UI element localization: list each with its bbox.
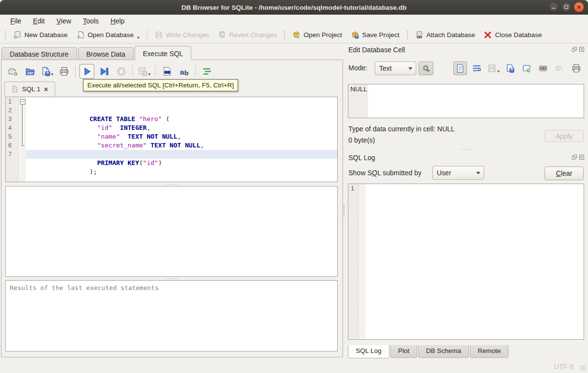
apply-button[interactable]: Apply: [545, 130, 584, 142]
editor-line[interactable]: 2 "id" INTEGER,: [6, 106, 337, 115]
menu-file[interactable]: File: [5, 16, 27, 26]
print-sql-button[interactable]: [57, 64, 71, 79]
tab-label: Browse Data: [86, 50, 125, 58]
tab-label: Database Structure: [10, 50, 69, 58]
import-data-button[interactable]: [503, 62, 517, 75]
code-text: "name" TEXT NOT NULL,: [26, 115, 337, 124]
toolbar-button-label: Open Project: [304, 31, 342, 39]
revert-changes-button[interactable]: Revert Changes: [214, 29, 282, 41]
tab-plot[interactable]: Plot: [390, 345, 417, 358]
statusbar: UTF-8: [0, 360, 588, 373]
menu-edit[interactable]: Edit: [28, 16, 50, 26]
save-project-button[interactable]: Save Project: [346, 29, 404, 41]
save-results-button[interactable]: [137, 64, 151, 79]
sql-doc-tab[interactable]: SQL 1 ×: [4, 82, 55, 97]
label-segment: Show S: [348, 169, 372, 177]
undock-icon[interactable]: [571, 46, 577, 52]
fold-marker[interactable]: [19, 97, 26, 106]
autocomplete-button[interactable]: [177, 64, 191, 79]
format-sql-button[interactable]: [200, 64, 214, 79]
toolbar-grip[interactable]: [405, 30, 410, 41]
cell-value-editor[interactable]: NULL: [348, 84, 584, 118]
editor-line[interactable]: 7 );: [6, 150, 337, 159]
stop-button[interactable]: [114, 64, 128, 79]
save-sql-file-button[interactable]: [40, 64, 54, 79]
attach-database-button[interactable]: Attach Database: [411, 29, 480, 41]
open-database-button[interactable]: Open Database: [72, 29, 144, 41]
toolbar-grip[interactable]: [3, 30, 8, 41]
tab-label: SQL Log: [356, 347, 382, 354]
find-button[interactable]: [160, 64, 174, 79]
clear-button[interactable]: Clear: [545, 166, 584, 180]
sql-toolbar-icon: [162, 66, 172, 77]
resize-grip[interactable]: [580, 365, 586, 371]
new-sql-tab-button[interactable]: [5, 64, 20, 79]
print-cell-button[interactable]: [569, 62, 583, 75]
open-project-button[interactable]: Open Project: [288, 29, 346, 41]
fold-marker[interactable]: [19, 115, 26, 124]
toolbar-button-icon: [292, 31, 301, 39]
chevron-down-icon: [408, 67, 412, 70]
label-segment: Q: [372, 169, 377, 177]
write-changes-button[interactable]: Write Changes: [150, 29, 214, 41]
dock-splitter-handle[interactable]: [348, 147, 584, 151]
close-button[interactable]: [574, 2, 584, 12]
menu-tools[interactable]: Tools: [78, 16, 104, 26]
text-mode-button[interactable]: [453, 62, 467, 75]
sql-doc-tab-label: SQL 1: [22, 85, 41, 93]
editor-line[interactable]: 6 PRIMARY KEY("id"): [6, 141, 337, 150]
sql-log-area[interactable]: 1: [348, 184, 584, 340]
close-dock-icon[interactable]: [579, 154, 585, 160]
mode-select[interactable]: Text: [375, 62, 416, 75]
tab-sql-log[interactable]: SQL Log: [348, 345, 389, 358]
splitter-handle[interactable]: [5, 183, 338, 186]
export-data-button[interactable]: [520, 62, 533, 75]
save-cell-button[interactable]: [487, 62, 500, 75]
sql-editor[interactable]: 1 CREATE TABLE "hero" ( 2 "id: [5, 97, 338, 182]
cell-toolbar-icon: [505, 63, 515, 73]
new-database-button[interactable]: New Database: [9, 29, 72, 41]
cell-toolbar-icon: [571, 63, 581, 73]
close-database-button[interactable]: Close Database: [479, 29, 546, 41]
titlebar[interactable]: DB Browser for SQLite - /home/user/code/…: [0, 0, 588, 15]
tab-browse-data[interactable]: Browse Data: [78, 47, 134, 60]
menu-view[interactable]: View: [51, 16, 77, 26]
results-table-pane[interactable]: [5, 186, 338, 277]
dock-bottom-tabs: SQL Log Plot DB Schema Remote: [348, 345, 509, 358]
toolbar-button-label: Revert Changes: [229, 31, 277, 39]
editor-line[interactable]: 5 "age" INTEGER,: [6, 132, 337, 141]
minimize-button[interactable]: [548, 2, 559, 12]
execute-line-button[interactable]: [97, 64, 111, 79]
sql-toolbar-icon: [59, 66, 69, 77]
toolbar-grip[interactable]: [282, 30, 287, 41]
close-tab-icon[interactable]: ×: [44, 86, 48, 92]
undock-icon[interactable]: [571, 154, 577, 160]
set-null-button[interactable]: [553, 62, 567, 75]
toolbar-button-icon: [13, 31, 21, 39]
menu-item-label: T: [83, 17, 86, 25]
results-message-pane[interactable]: Results of the last executed statements: [5, 280, 338, 352]
tab-execute-sql[interactable]: Execute SQL: [135, 46, 192, 60]
fold-marker[interactable]: [19, 132, 26, 141]
editor-line[interactable]: 1 CREATE TABLE "hero" (: [6, 97, 337, 106]
fold-marker[interactable]: [19, 106, 26, 115]
fold-marker[interactable]: [19, 150, 26, 159]
close-dock-icon[interactable]: [579, 46, 585, 52]
execute-all-button[interactable]: [80, 64, 94, 79]
fold-marker[interactable]: [19, 124, 26, 132]
fold-marker[interactable]: [19, 141, 26, 150]
tab-remote[interactable]: Remote: [470, 345, 508, 358]
splitter-handle[interactable]: [5, 277, 338, 280]
menu-help[interactable]: Help: [105, 16, 130, 26]
maximize-button[interactable]: [561, 2, 571, 12]
editor-line[interactable]: 3 "name" TEXT NOT NULL,: [6, 115, 337, 124]
sql-log-filter-select[interactable]: User: [432, 166, 484, 180]
open-sql-file-button[interactable]: [22, 64, 37, 79]
editor-line[interactable]: 4 "secret_name" TEXT NOT NULL,: [6, 124, 337, 132]
word-wrap-button[interactable]: [470, 62, 484, 75]
tab-database-structure[interactable]: Database Structure: [1, 47, 77, 60]
open-external-button[interactable]: [536, 62, 550, 75]
tab-db-schema[interactable]: DB Schema: [418, 345, 469, 358]
auto-apply-button[interactable]: [419, 62, 433, 75]
mode-select-value: Text: [379, 64, 392, 72]
